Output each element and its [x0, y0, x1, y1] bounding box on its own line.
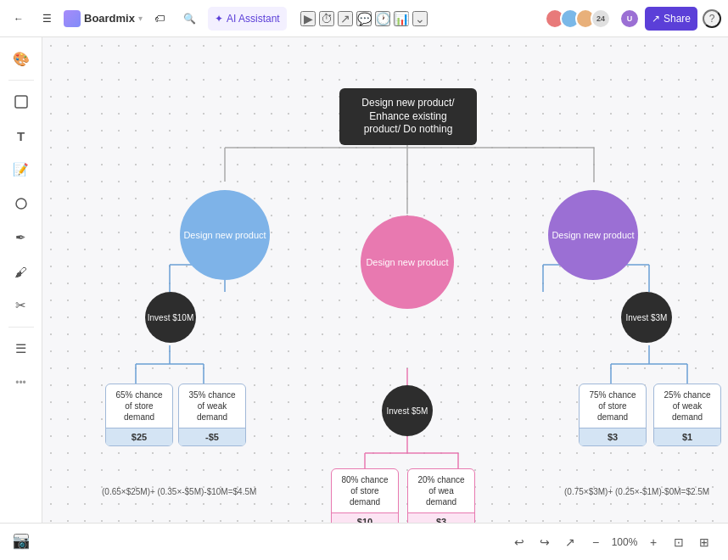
tag-button[interactable]: 🏷: [148, 7, 171, 31]
brush-button[interactable]: 🖌: [7, 257, 36, 286]
avatar-count: 24: [591, 8, 611, 29]
outcome-rm-top: 25% chance of weak demand: [654, 384, 720, 428]
center-invest-text: Invest $5M: [387, 406, 428, 417]
outcome-cl-val: $10: [332, 512, 398, 523]
outcome-rl-top: 75% chance of store demand: [580, 384, 646, 428]
share-label: Share: [664, 13, 691, 25]
comment-button[interactable]: 💬: [356, 11, 372, 26]
left-invest-node[interactable]: Invest $10M: [145, 292, 196, 343]
logo-text: Boardmix: [84, 12, 135, 25]
user-avatar[interactable]: U: [619, 8, 640, 29]
zoom-level: 100%: [609, 536, 640, 548]
shape-icon: [14, 197, 28, 210]
bottombar: 📷 ↩ ↪ ↗ − 100% + ⊡ ⊞: [0, 523, 728, 560]
outcome-cl[interactable]: 80% chance of store demand $10: [331, 468, 399, 523]
play-button[interactable]: ▶: [300, 11, 316, 26]
undo-button[interactable]: ↩: [509, 532, 529, 552]
text-button[interactable]: T: [7, 121, 36, 150]
topbar-right: 24 U ↗ Share ?: [550, 7, 721, 31]
ai-label: AI Assistant: [227, 13, 280, 25]
outcome-lm-val: -$5: [179, 428, 245, 445]
outcome-cl-top: 80% chance of store demand: [332, 469, 398, 512]
outcome-cm-val: $3: [408, 512, 474, 523]
center-invest-node[interactable]: Invest $5M: [382, 385, 433, 436]
logo-area: Boardmix ▾: [64, 10, 143, 27]
list-button[interactable]: ☰: [7, 334, 36, 363]
more-tools-button[interactable]: •••: [7, 368, 36, 397]
pen-icon: ✒: [15, 230, 26, 245]
calc-left: (0.65×$25M)+ (0.35×-$5M)-$10M=$4.5M: [102, 487, 256, 496]
ai-icon: ✦: [215, 13, 223, 25]
cursor-button[interactable]: ↗: [338, 11, 353, 26]
share-button[interactable]: ↗ Share: [645, 7, 697, 31]
back-icon: ←: [14, 13, 24, 25]
bottombar-right: ↩ ↪ ↗ − 100% + ⊡ ⊞: [509, 532, 714, 552]
note-icon: 📝: [13, 162, 29, 177]
redo-button[interactable]: ↪: [535, 532, 555, 552]
select-button[interactable]: [7, 87, 36, 116]
left-invest-text: Invest $10M: [148, 312, 193, 323]
timer-button[interactable]: ⏱: [319, 11, 334, 26]
select-icon: [14, 95, 28, 109]
outcome-rl[interactable]: 75% chance of store demand $3: [579, 384, 647, 446]
outcome-ll-val: $25: [106, 428, 172, 445]
zoom-out-button[interactable]: −: [585, 532, 606, 552]
right-invest-node[interactable]: Invest $3M: [621, 292, 672, 343]
ai-assistant-button[interactable]: ✦ AI Assistant: [208, 7, 287, 31]
outcome-cm-top: 20% chance of wea demand: [408, 469, 474, 512]
help-button[interactable]: ?: [703, 9, 721, 28]
brush-icon: 🖌: [14, 265, 27, 279]
left-blue-node[interactable]: Design new product: [180, 190, 270, 280]
left-sidebar: 🎨 T 📝 ✒ 🖌 ✂ ☰ •••: [0, 37, 42, 523]
svg-rect-0: [15, 96, 27, 108]
left-blue-text: Design new product: [183, 229, 266, 241]
colorpick-icon: 🎨: [13, 51, 30, 67]
svg-point-1: [16, 199, 26, 209]
sidebar-separator-2: [8, 327, 34, 328]
text-icon: T: [17, 129, 25, 143]
share-icon: ↗: [652, 13, 660, 25]
shape-button[interactable]: [7, 189, 36, 218]
colorpick-button[interactable]: 🎨: [7, 44, 36, 73]
topbar: ← ☰ Boardmix ▾ 🏷 🔍 ✦ AI Assistant ▶ ⏱ ↗ …: [0, 0, 728, 37]
zoom-in-button[interactable]: +: [643, 532, 664, 552]
outcome-lm[interactable]: 35% chance of weak demand -$5: [178, 384, 246, 446]
screenshot-button[interactable]: 📷: [14, 534, 29, 549]
right-invest-text: Invest $3M: [626, 312, 668, 323]
outcome-lm-top: 35% chance of weak demand: [179, 384, 245, 428]
menu-button[interactable]: ☰: [36, 7, 59, 31]
tag-icon: 🏷: [154, 13, 165, 25]
pen-button[interactable]: ✒: [7, 223, 36, 252]
calc-right: (0.75×$3M)+ (0.25×-$1M)-$0M=$2.5M: [564, 487, 709, 496]
zoom-control: − 100% +: [585, 532, 664, 552]
outcome-rm-val: $1: [654, 428, 720, 445]
center-pink-text: Design new product: [366, 256, 448, 268]
pointer-button[interactable]: ↗: [560, 532, 580, 552]
canvas[interactable]: Design new product/ Enhance existing pro…: [42, 37, 728, 523]
clock-button[interactable]: 🕐: [375, 11, 390, 26]
sidebar-separator-1: [8, 80, 34, 81]
back-button[interactable]: ←: [7, 7, 31, 31]
center-pink-node[interactable]: Design new product: [361, 216, 454, 309]
root-node[interactable]: Design new product/ Enhance existing pro…: [339, 88, 477, 145]
avatars-group: 24: [550, 8, 611, 29]
chart-button[interactable]: 📊: [394, 11, 409, 26]
bottombar-left: 📷: [14, 534, 29, 550]
scissors-button[interactable]: ✂: [7, 291, 36, 320]
fit-button[interactable]: ⊡: [669, 532, 689, 552]
list-icon: ☰: [15, 341, 26, 356]
note-button[interactable]: 📝: [7, 155, 36, 184]
menu-icon: ☰: [42, 13, 52, 25]
search-button[interactable]: 🔍: [176, 7, 203, 31]
more-tools-icon: •••: [15, 377, 26, 389]
more-button[interactable]: ⌄: [412, 11, 428, 26]
right-purple-text: Design new product: [552, 229, 634, 241]
grid-button[interactable]: ⊞: [694, 532, 714, 552]
root-node-text: Design new product/ Enhance existing pro…: [351, 97, 465, 137]
right-purple-node[interactable]: Design new product: [548, 190, 638, 280]
scissors-icon: ✂: [15, 298, 26, 313]
topbar-center: ▶ ⏱ ↗ 💬 🕐 📊 ⌄: [300, 11, 428, 26]
outcome-cm[interactable]: 20% chance of wea demand $3: [407, 468, 475, 523]
outcome-rm[interactable]: 25% chance of weak demand $1: [653, 384, 721, 446]
outcome-ll[interactable]: 65% chance of store demand $25: [105, 384, 173, 446]
